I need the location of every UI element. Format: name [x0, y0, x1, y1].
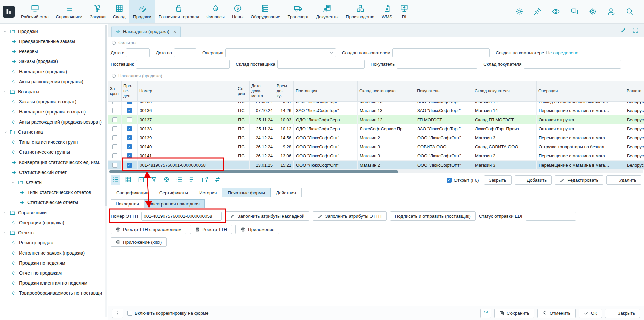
- maximize-icon[interactable]: [632, 27, 639, 33]
- detail-tab[interactable]: Действия: [270, 188, 302, 197]
- table-cell[interactable]: ЗАО "ЛюксСофтТорг": [415, 102, 473, 106]
- checkbox-cell[interactable]: [108, 106, 122, 115]
- swap-icon[interactable]: [213, 175, 222, 185]
- module-equipment[interactable]: Оборудование: [247, 0, 284, 23]
- table-cell[interactable]: Магазин 3: [473, 133, 537, 142]
- gear-icon[interactable]: [589, 7, 597, 16]
- table-cell[interactable]: 00141: [138, 151, 236, 161]
- filter-input[interactable]: [174, 48, 196, 57]
- table-cell[interactable]: Белорусс…: [625, 115, 644, 124]
- table-cell[interactable]: 26.12.24: [250, 151, 275, 161]
- table-cell[interactable]: Магазин 2: [473, 151, 537, 161]
- table-cell[interactable]: Оптовая отгрузка: [537, 115, 625, 124]
- table-cell[interactable]: СОВИТА ООО: [415, 142, 473, 151]
- gear-icon[interactable]: [162, 175, 171, 185]
- checkbox-icon[interactable]: [127, 135, 132, 140]
- table-row[interactable]: 00139ПС24.12.2414:56ООО "ЛюксСофтОпт"Маг…: [108, 133, 644, 142]
- column-header[interactable]: Дата доку- мента: [250, 81, 275, 102]
- table-cell[interactable]: ООО "ЛюксСофтОпт": [294, 161, 358, 170]
- user-icon[interactable]: [607, 7, 615, 16]
- checkbox-icon[interactable]: [127, 108, 132, 113]
- column-header[interactable]: Склад поставщика: [358, 81, 415, 102]
- table-cell[interactable]: 21.08.24: [250, 102, 275, 106]
- ok-button[interactable]: ОК: [579, 309, 602, 318]
- more-menu-button[interactable]: [112, 309, 123, 318]
- checkbox-icon[interactable]: [127, 163, 132, 168]
- table-row[interactable]: 00141ПС26.12.2413:06ООО "ЛюксСофтОпт"Маг…: [108, 151, 644, 161]
- sidebar-item[interactable]: Статистические отчеты: [0, 197, 108, 208]
- sidebar-item[interactable]: Заказы (продажа-возврат): [0, 97, 108, 107]
- table-cell[interactable]: 15:21: [275, 161, 294, 170]
- checkbox-icon[interactable]: [127, 126, 132, 131]
- grid-view-icon[interactable]: [123, 175, 133, 185]
- table-cell[interactable]: 25.11.24: [250, 124, 275, 133]
- table-cell[interactable]: 24.12.24: [250, 133, 275, 142]
- sidebar-item[interactable]: Накладные (продажа): [0, 66, 108, 77]
- sub-tab[interactable]: Электронная накладная: [144, 199, 205, 208]
- table-cell[interactable]: ЗАО "ЛюксСофтТорг": [294, 106, 358, 115]
- sidebar-item[interactable]: Справочники: [0, 208, 108, 218]
- detail-tab[interactable]: Печатные формы: [222, 188, 271, 197]
- table-row[interactable]: 00140ПС26.12.249:28ООО "ЛюксСофтОпт"Мага…: [108, 142, 644, 151]
- sidebar-item[interactable]: Регистр продаж: [0, 238, 108, 248]
- table-cell[interactable]: ОДО "ЛюксСофтСерв…: [294, 115, 358, 124]
- sidebar-item[interactable]: Исполнение заявок (продажа): [0, 248, 108, 258]
- table-cell[interactable]: 26.12.24: [250, 142, 275, 151]
- column-header[interactable]: Операция: [537, 81, 625, 102]
- column-header[interactable]: Врем до- ку-…: [275, 81, 294, 102]
- sidebar-item[interactable]: Типы статистических групп: [0, 137, 108, 147]
- checkbox-cell[interactable]: [122, 115, 138, 124]
- filter-input[interactable]: [126, 48, 150, 57]
- checkbox-cell[interactable]: [108, 142, 122, 151]
- checkbox-cell[interactable]: [108, 133, 122, 142]
- table-cell[interactable]: Перемещение с магазина в мага…: [537, 161, 625, 170]
- checkbox-cell[interactable]: [108, 115, 122, 124]
- table-cell[interactable]: Магазин 13: [358, 102, 415, 106]
- checkbox-icon[interactable]: [112, 117, 117, 122]
- delete-button[interactable]: Удалить: [606, 175, 641, 185]
- feedback-icon[interactable]: [570, 7, 579, 16]
- table-cell[interactable]: Магазин 2: [358, 133, 415, 142]
- search-icon[interactable]: [626, 7, 634, 16]
- table-cell[interactable]: 00139: [138, 133, 236, 142]
- table-cell[interactable]: Магазин 2: [358, 161, 415, 170]
- column-header[interactable]: Покупатель: [415, 81, 473, 102]
- table-cell[interactable]: Склад ГП МОГОСТ: [473, 115, 537, 124]
- annex-button[interactable]: Приложение: [235, 225, 279, 234]
- sidebar-item[interactable]: Акты расхождений (продажа-возврат): [0, 117, 108, 127]
- table-cell[interactable]: ЗАО "ЛюксСофтТорг": [294, 102, 358, 106]
- adjustment-checkbox[interactable]: Включить корректировку на форме: [127, 311, 209, 316]
- list-minus-icon[interactable]: [187, 175, 197, 185]
- module-transport[interactable]: Транспорт: [284, 0, 313, 23]
- column-header[interactable]: Номер: [138, 81, 236, 102]
- cancel-button[interactable]: Отменить: [537, 309, 576, 318]
- sub-tab[interactable]: Накладная: [111, 199, 144, 208]
- column-header[interactable]: Поставщик: [294, 81, 358, 102]
- table-cell[interactable]: ОДО "ЛюксСофтСерв…: [294, 124, 358, 133]
- table-cell[interactable]: ПС: [236, 124, 250, 133]
- checkbox-icon[interactable]: [127, 144, 132, 149]
- filter-link[interactable]: Не определено: [546, 50, 578, 55]
- sidebar-item[interactable]: Продажи клиентам по неделям: [0, 278, 108, 288]
- table-row[interactable]: 001-4819075760001-000000005813.01.2515:2…: [108, 161, 644, 170]
- module-sales[interactable]: Продажи: [129, 0, 155, 23]
- horizontal-scrollbar[interactable]: [109, 170, 643, 173]
- table-cell[interactable]: ПС: [236, 133, 250, 142]
- filter-input[interactable]: [392, 48, 490, 57]
- edit-button[interactable]: Редактировать: [555, 175, 603, 185]
- chevron-down-icon[interactable]: [3, 211, 7, 215]
- column-header[interactable]: Се- рия: [236, 81, 250, 102]
- add-button[interactable]: Добавить: [515, 175, 552, 185]
- filter-icon[interactable]: [149, 175, 159, 185]
- checkbox-icon[interactable]: [127, 117, 132, 122]
- chevron-down-icon[interactable]: [3, 231, 7, 235]
- checkbox-icon[interactable]: [127, 311, 132, 316]
- table-cell[interactable]: 10:12: [275, 124, 294, 133]
- checkbox-icon[interactable]: [112, 108, 117, 113]
- module-purchases[interactable]: Закупки: [86, 0, 109, 23]
- table-cell[interactable]: Перемещение с магазина в мага…: [537, 106, 625, 115]
- brightness-icon[interactable]: [515, 7, 523, 16]
- checkbox-cell[interactable]: [122, 133, 138, 142]
- refresh-button[interactable]: [480, 309, 491, 318]
- table-cell[interactable]: Магазин 14: [473, 106, 537, 115]
